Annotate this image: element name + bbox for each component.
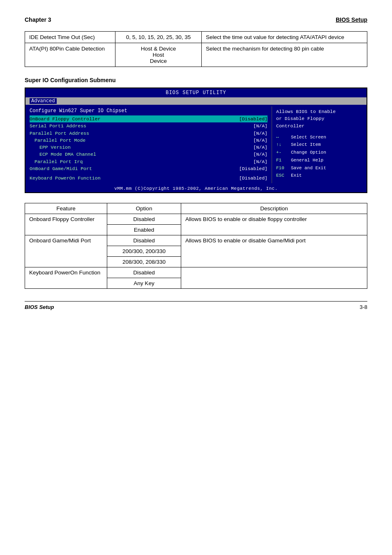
table-row: Keyboard PowerOn Function Disabled (25, 267, 367, 278)
feature-cell: Onboard Game/Midi Port (25, 235, 107, 267)
option-cell: Disabled (107, 267, 181, 278)
bios-right-panel: Allows BIOS to Enableor Disable FloppyCo… (272, 106, 367, 183)
option-cell: Enabled (107, 225, 181, 235)
bios-value: [Disabled] (239, 115, 267, 122)
feature-cell: Keyboard PowerOn Function (25, 267, 107, 289)
bios-label: ECP Mode DMA Channel (30, 151, 96, 158)
bios-row-serial: Serial Port1 Address [N/A] (30, 122, 267, 129)
table-row: Onboard Floppy Controller Disabled Allow… (25, 214, 367, 225)
bios-section-label: Configure Win627 Super IO Chipset (30, 108, 267, 114)
desc-cell: Select the mechanism for detecting 80 pi… (202, 43, 367, 67)
key-desc: Change Option (291, 149, 326, 157)
bios-setup-label: BIOS Setup (336, 16, 367, 23)
option-cell: Disabled (107, 235, 181, 246)
bios-value: [N/A] (253, 158, 267, 165)
key-row: ESC Exit (276, 172, 362, 180)
key-sym: F10 (276, 164, 288, 172)
bios-label: EPP Version (30, 144, 71, 151)
bios-row-game-midi: OnBoard Game/Midi Port [Disabled] (30, 165, 267, 172)
bios-label: Parallel Port Mode (30, 137, 85, 144)
key-desc: Select Item (291, 141, 321, 149)
key-desc: General Help (291, 157, 323, 164)
col-header-option: Option (107, 203, 181, 214)
desc-cell: Allows BIOS to enable or disable floppy … (181, 214, 367, 235)
desc-cell (181, 267, 367, 289)
key-row: ↑↓ Select Item (276, 141, 362, 149)
option-line1: Host & Device (120, 46, 197, 52)
top-table: IDE Detect Time Out (Sec) 0, 5, 10, 15, … (25, 31, 367, 67)
bios-row-keyboard: Keyboard PowerOn Function [Disabled] (30, 175, 267, 182)
feature-cell: Onboard Floppy Controller (25, 214, 107, 235)
key-sym: ESC (276, 172, 288, 180)
footer-page-number: 3-8 (360, 304, 367, 310)
option-cell: Host & Device Host Device (115, 43, 202, 67)
col-header-description: Description (181, 203, 367, 214)
bios-value: [N/A] (253, 151, 267, 158)
table-header-row: Feature Option Description (25, 203, 367, 214)
footer-bios-label: BIOS Setup (25, 304, 54, 310)
bios-keys: ↔ Select Screen ↑↓ Select Item +- Change… (276, 134, 362, 180)
key-desc: Save and Exit (291, 164, 326, 172)
bios-label: Serial Port1 Address (30, 122, 86, 129)
option-line3: Device (120, 58, 197, 64)
bios-content: Configure Win627 Super IO Chipset OnBoar… (25, 105, 367, 185)
option-cell: 200/300, 200/330 (107, 246, 181, 257)
bios-value: [N/A] (253, 144, 267, 151)
key-row: ↔ Select Screen (276, 134, 362, 141)
bios-menu-active: Advanced (30, 98, 57, 104)
feature-cell: ATA(PI) 80Pin Cable Detection (25, 43, 115, 67)
key-row: F10 Save and Exit (276, 164, 362, 172)
bottom-table: Feature Option Description Onboard Flopp… (25, 203, 367, 289)
bios-value: [N/A] (253, 137, 267, 144)
bios-row-parallel-irq: Parallel Port Irq [N/A] (30, 158, 267, 165)
bios-row-parallel-mode: Parallel Port Mode [N/A] (30, 137, 267, 144)
option-cell: Disabled (107, 214, 181, 225)
key-sym: ↔ (276, 134, 288, 141)
key-sym: +- (276, 149, 288, 157)
key-desc: Exit (291, 172, 302, 180)
key-row: F1 General Help (276, 157, 362, 164)
key-row: +- Change Option (276, 149, 362, 157)
desc-cell: Allows BIOS to enable or disable Game/Mi… (181, 235, 367, 267)
key-sym: F1 (276, 157, 288, 164)
section-title: Super IO Configuration Submenu (25, 77, 367, 83)
bios-footer: vMM.mm (C)Copyright 1985-2002, American … (25, 185, 367, 192)
feature-cell: IDE Detect Time Out (Sec) (25, 32, 115, 43)
table-row: IDE Detect Time Out (Sec) 0, 5, 10, 15, … (25, 32, 367, 43)
bios-menu-bar: Advanced (25, 97, 367, 105)
page-header: Chapter 3 BIOS Setup (25, 16, 367, 23)
bios-row-epp: EPP Version [N/A] (30, 144, 267, 151)
bios-screen: BIOS SETUP UTILITY Advanced Configure Wi… (25, 88, 367, 193)
option-cell: Any Key (107, 278, 181, 289)
bios-help-text: Allows BIOS to Enableor Disable FloppyCo… (276, 108, 362, 129)
key-sym: ↑↓ (276, 141, 288, 149)
page-footer: BIOS Setup 3-8 (25, 301, 367, 310)
desc-cell: Select the time out value for detecting … (202, 32, 367, 43)
bios-value: [N/A] (253, 122, 267, 129)
bios-label: OnBoard Game/Midi Port (30, 165, 92, 172)
bios-row-ecp: ECP Mode DMA Channel [N/A] (30, 151, 267, 158)
bios-value: [Disabled] (239, 165, 267, 172)
key-desc: Select Screen (291, 134, 326, 141)
bios-row-parallel-addr: Parallel Port Address [N/A] (30, 130, 267, 137)
bios-label: Parallel Port Address (30, 130, 89, 137)
table-row: Onboard Game/Midi Port Disabled Allows B… (25, 235, 367, 246)
bios-title-bar: BIOS SETUP UTILITY (25, 88, 367, 97)
bios-value: [Disabled] (239, 175, 267, 182)
table-row: ATA(PI) 80Pin Cable Detection Host & Dev… (25, 43, 367, 67)
bios-left-panel: Configure Win627 Super IO Chipset OnBoar… (25, 106, 272, 183)
option-line2: Host (120, 52, 197, 58)
chapter-label: Chapter 3 (25, 16, 51, 23)
bios-label: OnBoard Floppy Controller (30, 115, 101, 122)
bios-row-floppy: OnBoard Floppy Controller [Disabled] (30, 115, 267, 122)
bios-label: Keyboard PowerOn Function (30, 175, 101, 182)
bios-label: Parallel Port Irq (30, 158, 83, 165)
bios-value: [N/A] (253, 130, 267, 137)
option-cell: 208/300, 208/330 (107, 257, 181, 267)
option-cell: 0, 5, 10, 15, 20, 25, 30, 35 (115, 32, 202, 43)
col-header-feature: Feature (25, 203, 107, 214)
